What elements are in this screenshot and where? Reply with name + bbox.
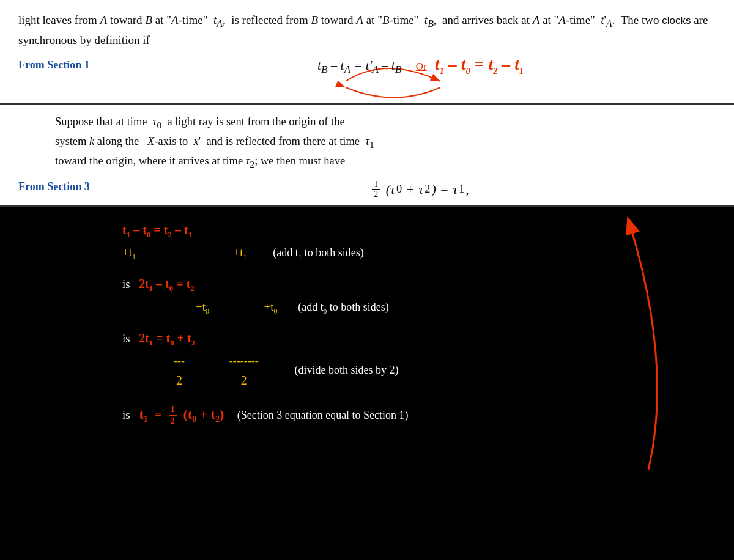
is-label-5: is xyxy=(122,332,136,345)
bottom-line3: is 2t1 – t0 = t2 xyxy=(122,274,716,295)
half-frac-result: 1 2 xyxy=(169,405,177,427)
or-label: Or xyxy=(416,61,427,72)
bottom-section: t1 – t0 = t2 – t1 +t1 +t1 (add t1 to bot… xyxy=(0,207,734,435)
eq-line1: t1 – t0 = t2 – t1 xyxy=(122,223,192,237)
eq-line5: 2t1 = t0 + t2 xyxy=(139,331,195,345)
from-section-1-row: From Section 1 tB – tA = t'A – tB Or t1 … xyxy=(18,54,716,76)
bottom-line4: +t0 +t0 (add t0 to both sides) xyxy=(122,298,716,317)
bottom-line5: is 2t1 = t0 + t2 xyxy=(122,328,716,350)
eq-line7-comment: (Section 3 equation equal to Section 1) xyxy=(237,409,409,421)
is-label-7: is xyxy=(122,408,136,421)
or-equation: t1 – t0 = t2 – t1 xyxy=(435,54,524,73)
from-section-3-row: From Section 3 1 2 (τ0 + τ2) = τ1, xyxy=(18,175,716,199)
comment-line4: (add t0 to both sides) xyxy=(292,301,388,313)
bottom-line6: --- 2 -------- 2 (divide both sides by 2… xyxy=(122,352,716,390)
bottom-line7: is t1 = 1 2 (t0 + t2) (Section 3 equatio… xyxy=(122,403,716,427)
bottom-line1: t1 – t0 = t2 – t1 xyxy=(122,220,716,241)
plus-t0-left: +t0 xyxy=(196,300,209,313)
eq-equals: = xyxy=(151,407,166,422)
middle-section: Suppose that at time τ0 a light ray is s… xyxy=(0,105,734,207)
top-paragraph: light leaves from A toward B at "A-time"… xyxy=(18,11,716,50)
dashes-right: -------- xyxy=(227,352,261,370)
eq-line7-parens: (t0 + t2) xyxy=(180,407,224,422)
plus-t1-left: +t1 xyxy=(122,246,136,259)
two-left: 2 xyxy=(174,370,185,390)
section1-wrapper: From Section 1 tB – tA = t'A – tB Or t1 … xyxy=(18,54,716,97)
bottom-line2: +t1 +t1 (add t1 to both sides) xyxy=(122,243,716,263)
is-label-3: is xyxy=(122,278,136,290)
from-section-3-label: From Section 3 xyxy=(18,180,125,193)
eq-line3: 2t1 – t0 = t2 xyxy=(139,277,195,290)
section3-equation: 1 2 (τ0 + τ2) = τ1, xyxy=(125,175,716,199)
top-section: light leaves from A toward B at "A-time"… xyxy=(0,0,734,105)
dashes-left: --- xyxy=(171,352,187,370)
plus-t1-right: +t1 xyxy=(234,246,247,259)
fraction-left: --- 2 xyxy=(171,352,187,390)
eq-line7-red: t1 xyxy=(139,407,147,422)
two-right: 2 xyxy=(239,370,250,390)
comment-line6: (divide both sides by 2) xyxy=(294,364,398,376)
half-fraction: 1 2 xyxy=(372,180,380,199)
middle-paragraph: Suppose that at time τ0 a light ray is s… xyxy=(18,113,716,172)
fraction-right: -------- 2 xyxy=(227,352,261,390)
comment-line2: (add t1 to both sides) xyxy=(262,246,363,259)
from-section-1-label: From Section 1 xyxy=(18,59,125,72)
plus-t0-right: +t0 xyxy=(264,300,278,313)
section1-equation: tB – tA = t'A – tB Or t1 – t0 = t2 – t1 xyxy=(125,54,716,76)
